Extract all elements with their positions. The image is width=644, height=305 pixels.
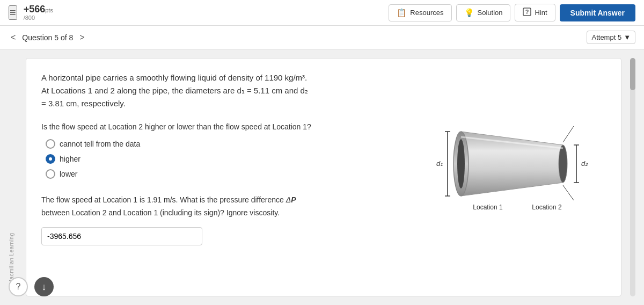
option-higher-label: higher: [60, 155, 80, 163]
points-main: +566pts: [24, 4, 53, 15]
location2-label: Location 2: [532, 204, 562, 211]
location1-label: Location 1: [473, 204, 503, 211]
question-text: A horizontal pipe carries a smoothly flo…: [41, 71, 310, 110]
svg-point-2: [559, 145, 567, 183]
resources-label: Resources: [410, 9, 443, 17]
pipe-diagram: d₁ d₂ Location 1 Location 2: [418, 110, 601, 217]
watermark: © Macmillan Learning: [9, 58, 17, 296]
part2-text: The flow speed at Location 1 is 1.91 m/s…: [41, 194, 310, 220]
scroll-thumb[interactable]: [630, 58, 635, 90]
d2-label: d₂: [581, 159, 588, 168]
question-part2: The flow speed at Location 1 is 1.91 m/s…: [41, 194, 400, 245]
solution-label: Solution: [478, 9, 503, 17]
prev-question-button[interactable]: <: [9, 31, 18, 45]
solution-icon: 💡: [464, 8, 474, 18]
radio-higher[interactable]: [46, 154, 55, 164]
solution-button[interactable]: 💡 Solution: [456, 4, 511, 21]
points-display: +566pts /800: [24, 4, 53, 21]
next-question-button[interactable]: >: [77, 31, 86, 45]
points-denom: /800: [24, 14, 53, 21]
option-lower-label: lower: [60, 170, 77, 178]
svg-line-11: [563, 126, 574, 142]
help-icon: ?: [16, 282, 21, 292]
answer-input[interactable]: [41, 227, 202, 245]
radio-cannot-tell[interactable]: [46, 139, 55, 149]
bottom-buttons: ? ↓: [9, 277, 54, 296]
svg-line-12: [563, 185, 574, 200]
resources-button[interactable]: 📋 Resources: [389, 4, 451, 21]
attempt-area: Attempt 5 ▼: [587, 31, 635, 44]
chevron-down-icon: ▼: [624, 33, 631, 41]
content-panel: A horizontal pipe carries a smoothly flo…: [26, 58, 621, 296]
option-cannot-tell[interactable]: cannot tell from the data: [46, 139, 400, 149]
hamburger-icon: ≡: [10, 6, 16, 18]
top-bar-left: ≡ +566pts /800: [9, 4, 53, 21]
attempt-dropdown[interactable]: Attempt 5 ▼: [587, 31, 635, 44]
download-button[interactable]: ↓: [34, 277, 54, 296]
hint-label: Hint: [535, 9, 547, 17]
top-bar-right: 📋 Resources 💡 Solution ? Hint Submit Ans…: [389, 4, 635, 21]
question-part1: Is the flow speed at Location 2 higher o…: [41, 121, 400, 179]
option-cannot-tell-label: cannot tell from the data: [60, 140, 140, 148]
diagram-area: d₁ d₂ Location 1 Location 2: [413, 71, 606, 256]
question-content: A horizontal pipe carries a smoothly flo…: [41, 71, 400, 256]
svg-text:?: ?: [525, 9, 529, 15]
submit-label: Submit Answer: [570, 9, 625, 17]
part1-question: Is the flow speed at Location 2 higher o…: [41, 121, 400, 133]
question-label: Question 5 of 8: [22, 33, 73, 42]
attempt-label: Attempt 5: [591, 33, 621, 41]
resources-icon: 📋: [397, 8, 407, 18]
hint-button[interactable]: ? Hint: [515, 4, 555, 21]
main-content: © Macmillan Learning A horizontal pipe c…: [0, 49, 644, 305]
question-nav: < Question 5 of 8 >: [9, 31, 87, 45]
svg-point-4: [457, 139, 465, 188]
download-icon: ↓: [42, 281, 47, 293]
radio-group: cannot tell from the data higher lower: [46, 139, 400, 179]
top-bar: ≡ +566pts /800 📋 Resources 💡 Solution ? …: [0, 0, 644, 26]
option-lower[interactable]: lower: [46, 169, 400, 179]
pts-label: pts: [45, 7, 53, 13]
d1-label: d₁: [436, 159, 443, 168]
points-value: +566: [24, 4, 46, 14]
help-button[interactable]: ?: [9, 277, 28, 296]
option-higher[interactable]: higher: [46, 154, 400, 164]
question-bar: < Question 5 of 8 > Attempt 5 ▼: [0, 26, 644, 49]
hamburger-button[interactable]: ≡: [9, 5, 17, 20]
scroll-rail[interactable]: [630, 58, 635, 296]
radio-lower[interactable]: [46, 169, 55, 179]
prev-arrow-icon: <: [11, 33, 16, 42]
next-arrow-icon: >: [79, 33, 84, 42]
submit-button[interactable]: Submit Answer: [560, 4, 635, 21]
hint-icon: ?: [523, 8, 531, 18]
